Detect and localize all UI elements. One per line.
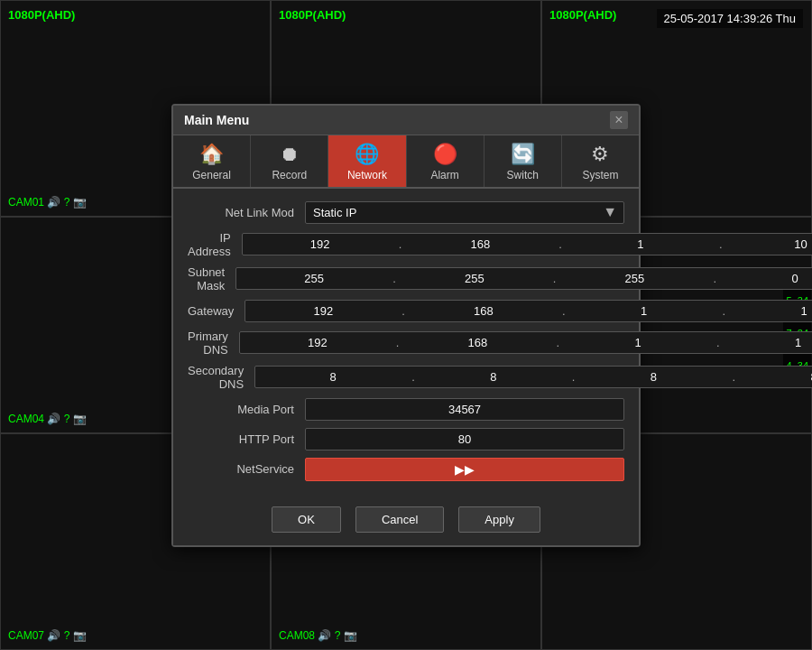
dialog-content: Net Link Mod Static IP DHCP PPPoE ▼ IP A…	[173, 189, 639, 497]
net-link-mod-label: Net Link Mod	[188, 206, 305, 219]
dialog-overlay: Main Menu × 🏠 General ⏺ Record 🌐 Network…	[0, 0, 812, 650]
primary-dns-o3[interactable]	[560, 332, 715, 353]
net-link-mod-value: Static IP DHCP PPPoE ▼	[305, 201, 624, 224]
media-port-input[interactable]	[305, 398, 624, 421]
dialog-title: Main Menu	[184, 113, 249, 127]
media-port-label: Media Port	[188, 403, 305, 416]
ip-address-label: IP Address	[188, 231, 242, 258]
net-service-label: NetService	[188, 462, 305, 476]
tab-switch[interactable]: 🔄 Switch	[484, 135, 562, 187]
subnet-mask-row: Subnet Mask . . .	[188, 265, 624, 292]
system-icon: ⚙	[591, 143, 609, 166]
close-button[interactable]: ×	[610, 111, 628, 129]
tab-general[interactable]: 🏠 General	[173, 135, 251, 187]
tab-record-label: Record	[272, 169, 307, 181]
ip-address-value: . . .	[242, 233, 812, 255]
gateway-value: . . .	[245, 300, 812, 322]
http-port-input[interactable]	[305, 428, 624, 450]
gateway-o1[interactable]	[245, 301, 401, 321]
secondary-dns-row: Secondary DNS . . .	[188, 364, 624, 391]
general-icon: 🏠	[199, 143, 224, 166]
secondary-dns-group: . . .	[254, 366, 812, 388]
gateway-row: Gateway . . .	[188, 300, 624, 322]
tab-network-label: Network	[347, 169, 387, 181]
button-row: OK Cancel Apply	[173, 497, 639, 545]
primary-dns-o1[interactable]	[240, 332, 395, 353]
dialog-titlebar: Main Menu ×	[173, 106, 639, 135]
ip-address-group: . . .	[242, 233, 812, 255]
tab-alarm-label: Alarm	[430, 169, 458, 181]
gateway-o2[interactable]	[406, 301, 561, 321]
net-link-mod-select[interactable]: Static IP DHCP PPPoE	[305, 201, 624, 224]
tab-system[interactable]: ⚙ System	[562, 135, 639, 187]
ip-address-o1[interactable]	[243, 234, 398, 255]
ip-address-o2[interactable]	[402, 234, 558, 255]
subnet-mask-group: . . .	[235, 267, 812, 290]
tab-record[interactable]: ⏺ Record	[251, 135, 328, 187]
net-service-row: NetService ▶▶	[188, 458, 624, 481]
net-link-mod-select-wrapper: Static IP DHCP PPPoE ▼	[305, 201, 624, 224]
media-port-row: Media Port	[188, 398, 624, 421]
http-port-label: HTTP Port	[188, 432, 305, 446]
net-service-icon: ▶▶	[455, 462, 475, 477]
apply-button[interactable]: Apply	[458, 506, 540, 533]
net-service-bar[interactable]: ▶▶	[305, 458, 624, 481]
primary-dns-label: Primary DNS	[188, 330, 239, 357]
secondary-dns-o4[interactable]	[736, 367, 812, 387]
tab-switch-label: Switch	[507, 169, 539, 181]
ip-address-o4[interactable]	[724, 234, 812, 255]
primary-dns-row: Primary DNS . . .	[188, 330, 624, 357]
secondary-dns-label: Secondary DNS	[188, 364, 254, 391]
http-port-value	[305, 428, 624, 450]
secondary-dns-o1[interactable]	[255, 367, 411, 387]
net-service-value: ▶▶	[305, 458, 624, 481]
tab-general-label: General	[192, 169, 231, 181]
subnet-mask-o3[interactable]	[557, 268, 712, 289]
net-link-mod-row: Net Link Mod Static IP DHCP PPPoE ▼	[188, 201, 624, 224]
subnet-mask-o4[interactable]	[717, 268, 812, 289]
subnet-mask-o2[interactable]	[397, 268, 552, 289]
switch-icon: 🔄	[511, 143, 535, 166]
network-icon: 🌐	[355, 143, 379, 166]
gateway-label: Gateway	[188, 304, 245, 318]
primary-dns-o2[interactable]	[400, 332, 555, 353]
secondary-dns-value: . . .	[254, 366, 812, 388]
media-port-value	[305, 398, 624, 421]
tab-alarm[interactable]: 🔴 Alarm	[407, 135, 484, 187]
gateway-o3[interactable]	[567, 301, 722, 321]
subnet-mask-o1[interactable]	[236, 268, 392, 289]
gateway-o4[interactable]	[726, 301, 812, 321]
primary-dns-o4[interactable]	[721, 332, 812, 353]
ip-address-o3[interactable]	[563, 234, 718, 255]
primary-dns-group: . . .	[239, 331, 812, 354]
ok-button[interactable]: OK	[272, 506, 341, 533]
secondary-dns-o3[interactable]	[576, 367, 731, 387]
tab-bar: 🏠 General ⏺ Record 🌐 Network 🔴 Alarm 🔄 S…	[173, 135, 639, 189]
secondary-dns-o2[interactable]	[416, 367, 571, 387]
gateway-group: . . .	[245, 300, 812, 322]
tab-system-label: System	[582, 169, 618, 181]
record-icon: ⏺	[280, 143, 300, 166]
http-port-row: HTTP Port	[188, 428, 624, 450]
subnet-mask-value: . . .	[235, 267, 812, 290]
alarm-icon: 🔴	[433, 143, 457, 166]
main-menu-dialog: Main Menu × 🏠 General ⏺ Record 🌐 Network…	[171, 104, 641, 547]
tab-network[interactable]: 🌐 Network	[328, 135, 406, 187]
cancel-button[interactable]: Cancel	[355, 506, 444, 533]
subnet-mask-label: Subnet Mask	[188, 265, 235, 292]
ip-address-row: IP Address . . .	[188, 231, 624, 258]
primary-dns-value: . . .	[239, 331, 812, 354]
